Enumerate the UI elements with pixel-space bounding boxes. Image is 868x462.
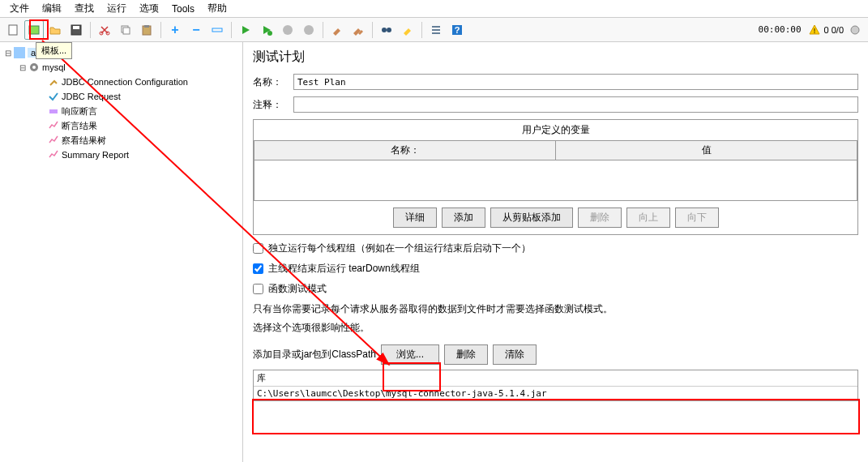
- toggle-button[interactable]: [207, 20, 227, 40]
- tree-label: Summary Report: [62, 150, 129, 160]
- play-fast-icon: [260, 24, 273, 36]
- shutdown-icon: [302, 24, 315, 36]
- start-noTimers-button[interactable]: [257, 20, 276, 40]
- serial-checkbox[interactable]: [253, 243, 263, 254]
- note-2: 选择这个选项很影响性能。: [253, 321, 858, 335]
- svg-rect-0: [9, 25, 17, 35]
- up-button[interactable]: 向上: [626, 207, 670, 228]
- sampler-icon: [47, 90, 60, 103]
- col-value[interactable]: 值: [556, 141, 857, 160]
- note-1: 只有当你需要记录每个请求从服务器取得的数据到文件时才需要选择函数测试模式。: [253, 302, 858, 316]
- add-clipboard-button[interactable]: 从剪贴板添加: [490, 207, 573, 228]
- serial-checkbox-row: 独立运行每个线程组（例如在一个组运行结束后启动下一个）: [253, 242, 858, 255]
- paste-icon: [140, 24, 153, 36]
- scissors-icon: [98, 24, 111, 36]
- warning-count: 0 0/0: [824, 25, 844, 35]
- detail-button[interactable]: 详细: [393, 207, 437, 228]
- tree-summary[interactable]: Summary Report: [3, 148, 239, 162]
- save-button[interactable]: [66, 20, 86, 40]
- reset-search-button[interactable]: [398, 20, 417, 40]
- templates-button[interactable]: [24, 20, 44, 40]
- svg-rect-9: [144, 25, 149, 28]
- separator: [421, 22, 422, 38]
- tree-label: 响应断言: [62, 105, 97, 118]
- tree-view-results[interactable]: 察看结果树: [3, 133, 239, 148]
- name-label: 名称：: [253, 75, 293, 89]
- tree-threadgroup[interactable]: ⊟ mysql: [3, 60, 239, 75]
- add-button[interactable]: 添加: [442, 207, 485, 228]
- binoculars-icon: [380, 24, 393, 36]
- library-item[interactable]: C:\Users\laumcc\Desktop\mysql-connector-…: [254, 387, 857, 400]
- plus-icon: +: [171, 23, 178, 37]
- template-icon: [28, 24, 41, 36]
- collapse-icon[interactable]: ⊟: [3, 49, 13, 58]
- classpath-row: 添加目录或jar包到ClassPath 浏览... 删除 清除: [253, 344, 858, 365]
- gear-icon: [28, 61, 41, 74]
- broom-yellow-icon: [401, 24, 414, 36]
- file-icon: [6, 24, 19, 36]
- clear-button[interactable]: [327, 20, 347, 40]
- copy-button[interactable]: [116, 20, 135, 40]
- open-button[interactable]: [45, 20, 65, 40]
- name-input[interactable]: [293, 74, 858, 90]
- teardown-checkbox[interactable]: [253, 263, 263, 274]
- start-button[interactable]: [236, 20, 255, 40]
- listener-icon: [47, 119, 60, 132]
- functest-checkbox-row: 函数测试模式: [253, 282, 858, 296]
- function-helper-button[interactable]: [426, 20, 446, 40]
- tree-label: mysql: [42, 62, 66, 72]
- tree-jdbc-conn[interactable]: JDBC Connection Configuration: [3, 75, 239, 89]
- tree-label: 察看结果树: [62, 135, 106, 147]
- elapsed-timer: 00:00:00: [754, 24, 806, 35]
- tree-assert-result[interactable]: 断言结果: [3, 118, 239, 133]
- user-vars-body[interactable]: [254, 160, 857, 201]
- tree-panel: ⊟ an ⊟ mysql JDBC Connection Configurati…: [0, 42, 243, 462]
- menu-tools[interactable]: Tools: [165, 2, 201, 16]
- svg-rect-1: [29, 26, 39, 34]
- col-name[interactable]: 名称：: [254, 141, 556, 160]
- delete-lib-button[interactable]: 删除: [444, 344, 488, 365]
- help-button[interactable]: ?: [447, 20, 467, 40]
- comment-label: 注释：: [253, 98, 293, 112]
- menu-edit[interactable]: 编辑: [36, 0, 68, 17]
- content-panel: 测试计划 名称： 注释： 用户定义的变量 名称： 值 详细 添加 从剪贴板添加 …: [243, 42, 868, 462]
- clear-all-button[interactable]: [348, 20, 368, 40]
- comment-input[interactable]: [293, 96, 858, 113]
- collapse-icon[interactable]: ⊟: [18, 63, 28, 72]
- collapse-button[interactable]: −: [186, 20, 206, 40]
- tree-jdbc-req[interactable]: JDBC Request: [3, 89, 239, 104]
- broom-icon: [331, 24, 344, 36]
- toggle-icon: [211, 24, 224, 36]
- tree-assertion[interactable]: 响应断言: [3, 104, 239, 118]
- down-button[interactable]: 向下: [675, 207, 719, 228]
- assertion-icon: [47, 105, 60, 118]
- shutdown-button[interactable]: [299, 20, 319, 40]
- panel-title: 测试计划: [253, 49, 858, 66]
- new-button[interactable]: [3, 20, 23, 40]
- expand-button[interactable]: +: [165, 20, 185, 40]
- svg-text:?: ?: [455, 25, 460, 35]
- clear-lib-button[interactable]: 清除: [493, 344, 537, 365]
- cut-button[interactable]: [95, 20, 114, 40]
- library-listbox[interactable]: 库 C:\Users\laumcc\Desktop\mysql-connecto…: [253, 370, 858, 401]
- teardown-label: 主线程结束后运行 tearDown线程组: [268, 262, 420, 276]
- separator: [372, 22, 373, 38]
- list-icon: [430, 24, 443, 36]
- delete-button[interactable]: 删除: [578, 207, 622, 228]
- menu-search[interactable]: 查找: [68, 0, 100, 17]
- menu-file[interactable]: 文件: [3, 0, 36, 17]
- menu-help[interactable]: 帮助: [201, 0, 233, 17]
- stop-button[interactable]: [278, 20, 297, 40]
- testplan-icon: [13, 46, 26, 59]
- menu-options[interactable]: 选项: [133, 0, 165, 17]
- paste-button[interactable]: [137, 20, 156, 40]
- menu-run[interactable]: 运行: [100, 0, 133, 17]
- serial-label: 独立运行每个线程组（例如在一个组运行结束后启动下一个）: [268, 242, 531, 255]
- svg-point-11: [267, 31, 272, 36]
- svg-rect-7: [123, 28, 130, 34]
- search-button[interactable]: [377, 20, 396, 40]
- tooltip: 模板...: [36, 42, 72, 59]
- browse-button[interactable]: 浏览...: [381, 344, 439, 365]
- functest-checkbox[interactable]: [253, 284, 263, 294]
- listener-icon: [47, 134, 60, 147]
